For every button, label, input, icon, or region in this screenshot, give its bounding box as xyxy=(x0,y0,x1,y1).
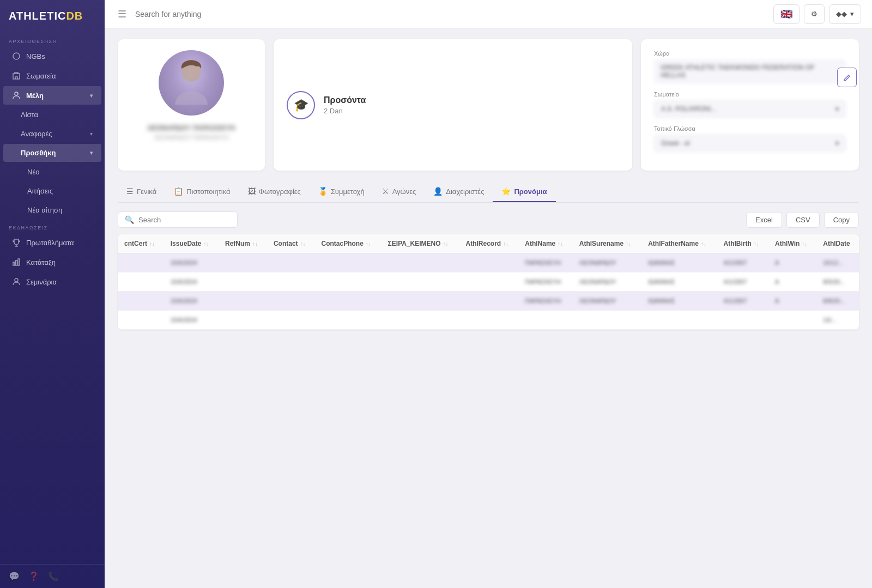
sidebar-bottom: 💬 ❓ 📞 xyxy=(0,564,105,588)
privileges-icon: ⭐ xyxy=(501,187,511,196)
profile-name-sub: ΛΕΟΝΑΡΔΟΥ ΠΑΡΑΣΚΕΥΗ xyxy=(154,134,228,141)
sidebar-item-label: Μέλη xyxy=(26,92,44,100)
tab-privileges[interactable]: ⭐ Προνόμια xyxy=(493,181,555,202)
excel-button[interactable]: Excel xyxy=(746,212,782,228)
chevron-icon: ▾ xyxy=(90,150,93,156)
global-search-input[interactable] xyxy=(135,10,767,19)
topbar-actions: 🇬🇧 ⚙ ◆◆ ▾ xyxy=(773,4,861,24)
table-row[interactable]: 15/6/2024 ΠΑΡΑΣΚΕΥΗ ΛΕΟΝΑΡΔΟΥ ΙΩΑΝΝΗΣ 4/… xyxy=(118,253,859,272)
building-icon xyxy=(12,71,21,80)
cell-athldate: 13/... xyxy=(816,311,859,330)
col-athldate[interactable]: AthlDate xyxy=(816,234,859,253)
cell-athlrecord xyxy=(459,292,519,311)
sidebar-item-applications[interactable]: Αιτήσεις xyxy=(3,182,101,200)
help-icon[interactable]: ❓ xyxy=(28,571,39,581)
col-refnum[interactable]: RefNum↑↓ xyxy=(219,234,267,253)
menu-toggle-button[interactable]: ☰ xyxy=(116,6,129,22)
sidebar-item-label: Λίστα xyxy=(21,111,38,119)
sidebar-item-label: Σωματεία xyxy=(26,72,56,80)
language-button[interactable]: 🇬🇧 xyxy=(773,4,800,24)
profile-info-sub: 2 Dan xyxy=(324,107,366,115)
col-athlbirth[interactable]: AthlBirth↑↓ xyxy=(717,234,769,253)
user-dots-icon: ◆◆ xyxy=(836,10,847,18)
sidebar-item-new[interactable]: Νέο xyxy=(3,163,101,181)
col-contacphone[interactable]: ContacPhone↑↓ xyxy=(314,234,381,253)
logo-text: ATHLETIC xyxy=(9,10,66,22)
cell-athlrecord xyxy=(459,311,519,330)
cell-cntcert xyxy=(118,292,164,311)
user-menu-button[interactable]: ◆◆ ▾ xyxy=(829,4,861,24)
table-search-input[interactable] xyxy=(138,216,231,224)
cell-cntcert xyxy=(118,272,164,292)
trophy-icon xyxy=(12,238,21,247)
sort-icon: ↑↓ xyxy=(754,241,759,247)
country-value: GREEK ATHLETIC TAEKWONDO FEDERATION OF H… xyxy=(654,59,846,83)
col-athlrecord[interactable]: AthlRecord↑↓ xyxy=(459,234,519,253)
table-row[interactable]: 15/6/2024 ΠΑΡΑΣΚΕΥΗ ΛΕΟΝΑΡΔΟΥ ΙΩΑΝΝΗΣ 4/… xyxy=(118,272,859,292)
col-contact[interactable]: Contact↑↓ xyxy=(267,234,315,253)
cell-athlfathername: ΙΩΑΝΝΗΣ xyxy=(641,292,717,311)
col-cntcert[interactable]: cntCert↑↓ xyxy=(118,234,164,253)
sidebar-item-reports[interactable]: Αναφορές ▾ xyxy=(3,125,101,143)
cell-contact xyxy=(267,253,315,272)
col-issuedate[interactable]: IssueDate↑↓ xyxy=(164,234,219,253)
main-area: ☰ 🇬🇧 ⚙ ◆◆ ▾ xyxy=(105,0,872,588)
managers-icon: 👤 xyxy=(433,187,443,196)
table-row[interactable]: 15/6/2024 ΠΑΡΑΣΚΕΥΗ ΛΕΟΝΑΡΔΟΥ ΙΩΑΝΝΗΣ 4/… xyxy=(118,292,859,311)
cell-athlwin: A xyxy=(768,272,816,292)
sidebar-item-ranking[interactable]: Κατάταξη xyxy=(3,253,101,271)
settings-button[interactable]: ⚙ xyxy=(804,4,825,24)
chart-icon xyxy=(12,258,21,266)
sidebar-item-championships[interactable]: Πρωταθλήματα xyxy=(3,233,101,252)
club-select-value: A.S. POLIXRONI... xyxy=(661,105,716,113)
col-seira[interactable]: ΣΕΙΡΑ_ΚΕΙΜΕΝΟ↑↓ xyxy=(382,234,459,253)
cell-contacphone xyxy=(314,311,381,330)
edit-button[interactable] xyxy=(837,68,857,87)
logo-suffix: DB xyxy=(66,10,83,22)
sidebar-item-clubs[interactable]: Σωματεία xyxy=(3,66,101,85)
cell-seira xyxy=(382,292,459,311)
sidebar-item-new-application[interactable]: Νέα αίτηση xyxy=(3,201,101,219)
copy-button[interactable]: Copy xyxy=(824,212,859,228)
tab-certificates[interactable]: 📋 Πιστοποιητικά xyxy=(165,181,239,202)
csv-button[interactable]: CSV xyxy=(786,212,820,228)
profile-info-text: Προσόντα 2 Dan xyxy=(324,95,366,115)
sidebar-item-add[interactable]: Προσθήκη ▾ xyxy=(3,144,101,162)
cell-athlfathername: ΙΩΑΝΝΗΣ xyxy=(641,253,717,272)
tab-label: Διαχειριστές xyxy=(446,187,484,196)
col-athlname[interactable]: AthlName↑↓ xyxy=(518,234,573,253)
sidebar-item-members[interactable]: Μέλη ▾ xyxy=(3,86,101,105)
cell-athlbirth: 4/1/2007 xyxy=(717,292,769,311)
tab-participation[interactable]: 🏅 Συμμετοχή xyxy=(310,181,373,202)
phone-icon[interactable]: 📞 xyxy=(48,571,59,581)
search-icon: 🔍 xyxy=(125,215,134,224)
sidebar-item-label: Προσθήκη xyxy=(21,149,56,157)
tab-matches[interactable]: ⚔ Αγώνες xyxy=(373,181,425,202)
avatar-image xyxy=(159,50,224,116)
sidebar-item-label: Κατάταξη xyxy=(26,258,56,266)
language-field: Τοπικό Γλώσσα Greek - el ▾ xyxy=(654,125,846,152)
tab-general[interactable]: ☰ Γενικά xyxy=(118,181,165,202)
cell-athlwin xyxy=(768,311,816,330)
cell-refnum xyxy=(219,253,267,272)
sidebar-item-list[interactable]: Λίστα xyxy=(3,106,101,124)
edit-icon xyxy=(843,74,851,82)
circle-icon xyxy=(12,52,21,60)
sort-icon: ↑↓ xyxy=(443,241,449,247)
club-select[interactable]: A.S. POLIXRONI... ▾ xyxy=(654,100,846,118)
col-athlsurename[interactable]: AthlSurename↑↓ xyxy=(573,234,641,253)
chat-icon[interactable]: 💬 xyxy=(9,571,20,581)
col-athlwin[interactable]: AthlWin↑↓ xyxy=(768,234,816,253)
page-content: ΛΕΟΝΑΡΔΟΥ ΠΑΡΑΣΚΕΥΗ ΛΕΟΝΑΡΔΟΥ ΠΑΡΑΣΚΕΥΗ … xyxy=(105,28,872,588)
col-athlfathername[interactable]: AthlFatherName↑↓ xyxy=(641,234,717,253)
table-row[interactable]: 15/6/2024 13/... xyxy=(118,311,859,330)
sidebar-item-label: Πρωταθλήματα xyxy=(26,239,74,247)
sidebar-item-seminars[interactable]: Σεμινάρια xyxy=(3,272,101,291)
tabs-bar: ☰ Γενικά 📋 Πιστοποιητικά 🖼 Φωτογραφίες 🏅… xyxy=(118,181,859,203)
cell-athlsurename xyxy=(573,311,641,330)
language-select[interactable]: Greek - el ▾ xyxy=(654,135,846,152)
tab-label: Προνόμια xyxy=(514,187,547,196)
tab-photos[interactable]: 🖼 Φωτογραφίες xyxy=(239,181,310,202)
sidebar-item-ngbs[interactable]: NGBs xyxy=(3,47,101,65)
tab-managers[interactable]: 👤 Διαχειριστές xyxy=(425,181,493,202)
